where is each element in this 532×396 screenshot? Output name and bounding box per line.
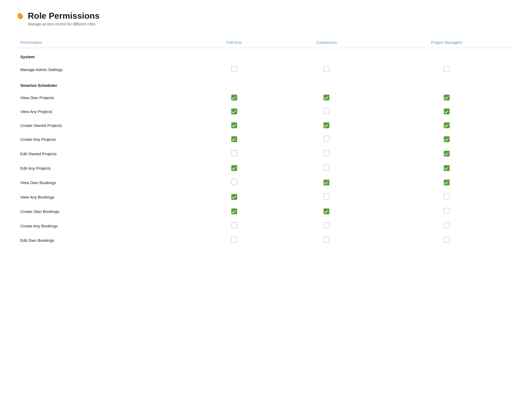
permission-label: Create Own Bookings bbox=[16, 204, 193, 219]
checkbox-contractors[interactable] bbox=[323, 165, 329, 170]
checkbox-contractors[interactable] bbox=[323, 237, 329, 243]
checkbox-cell-fulltime bbox=[193, 62, 276, 77]
checkbox-fulltime[interactable] bbox=[231, 222, 237, 228]
checkbox-cell-fulltime bbox=[193, 119, 276, 132]
checkbox-cell-project_managers bbox=[377, 132, 516, 146]
table-row: Create Any Bookings bbox=[16, 219, 516, 233]
col-header-project-managers: Project Managers bbox=[377, 37, 516, 48]
checkbox-cell-fulltime bbox=[193, 204, 276, 219]
checkbox-project_managers[interactable] bbox=[444, 95, 450, 100]
table-row: View Any Projects bbox=[16, 104, 516, 119]
checkbox-cell-project_managers bbox=[377, 104, 516, 119]
checkbox-cell-contractors bbox=[276, 175, 377, 190]
checkbox-fulltime[interactable] bbox=[231, 165, 237, 171]
checkbox-contractors[interactable] bbox=[323, 180, 329, 185]
checkbox-cell-project_managers bbox=[377, 190, 516, 204]
section-header-row: System bbox=[16, 48, 516, 63]
table-row: Edit Own Bookings bbox=[16, 233, 516, 247]
checkbox-cell-fulltime bbox=[193, 132, 276, 146]
checkbox-fulltime[interactable] bbox=[231, 136, 237, 142]
checkbox-cell-contractors bbox=[276, 104, 377, 119]
checkbox-cell-contractors bbox=[276, 91, 377, 104]
checkbox-cell-project_managers bbox=[377, 233, 516, 247]
page-header: Role Permissions Manage access control f… bbox=[16, 11, 516, 26]
checkbox-cell-fulltime bbox=[193, 233, 276, 247]
checkbox-contractors[interactable] bbox=[323, 95, 329, 100]
checkbox-fulltime[interactable] bbox=[231, 150, 237, 156]
checkbox-fulltime[interactable] bbox=[231, 208, 237, 214]
checkbox-fulltime[interactable] bbox=[231, 95, 237, 100]
col-header-contractors: Contractors bbox=[276, 37, 377, 48]
table-row: Create Own Bookings bbox=[16, 204, 516, 219]
checkbox-cell-fulltime bbox=[193, 91, 276, 104]
checkbox-contractors[interactable] bbox=[323, 136, 329, 142]
checkbox-contractors[interactable] bbox=[323, 208, 329, 214]
checkbox-cell-project_managers bbox=[377, 62, 516, 77]
header-text: Role Permissions Manage access control f… bbox=[28, 11, 100, 26]
col-header-fulltime: Full-time bbox=[193, 37, 276, 48]
checkbox-project_managers[interactable] bbox=[444, 151, 450, 157]
permission-label: View Any Bookings bbox=[16, 190, 193, 204]
checkbox-cell-fulltime bbox=[193, 104, 276, 119]
permission-label: Create Any Projects bbox=[16, 132, 193, 146]
checkbox-cell-fulltime bbox=[193, 146, 276, 161]
checkbox-project_managers[interactable] bbox=[444, 180, 450, 185]
table-row: Edit Owned Projects bbox=[16, 146, 516, 161]
checkbox-project_managers[interactable] bbox=[444, 237, 450, 243]
checkbox-contractors[interactable] bbox=[323, 66, 329, 72]
checkbox-fulltime[interactable] bbox=[231, 122, 237, 128]
checkbox-project_managers[interactable] bbox=[444, 165, 450, 171]
permission-label: View Own Bookings bbox=[16, 175, 193, 190]
checkbox-fulltime[interactable] bbox=[231, 108, 237, 114]
permissions-table: Permissions Full-time Contractors Projec… bbox=[16, 37, 516, 247]
permission-label: View Own Projects bbox=[16, 91, 193, 104]
permission-label: Edit Owned Projects bbox=[16, 146, 193, 161]
checkbox-cell-project_managers bbox=[377, 161, 516, 175]
checkbox-cell-project_managers bbox=[377, 219, 516, 233]
checkbox-contractors[interactable] bbox=[323, 122, 329, 128]
permission-label: Create Any Bookings bbox=[16, 219, 193, 233]
checkbox-project_managers[interactable] bbox=[444, 66, 450, 72]
checkbox-cell-contractors bbox=[276, 119, 377, 132]
checkbox-cell-project_managers bbox=[377, 204, 516, 219]
permission-label: Create Owned Projects bbox=[16, 119, 193, 132]
checkbox-cell-project_managers bbox=[377, 119, 516, 132]
table-row: Create Any Projects bbox=[16, 132, 516, 146]
page-title: Role Permissions bbox=[28, 11, 100, 21]
checkbox-fulltime[interactable] bbox=[231, 237, 237, 243]
checkbox-project_managers[interactable] bbox=[444, 208, 450, 214]
logo-icon bbox=[16, 12, 25, 20]
checkbox-cell-contractors bbox=[276, 190, 377, 204]
checkbox-contractors[interactable] bbox=[323, 193, 329, 199]
checkbox-project_managers[interactable] bbox=[444, 193, 450, 199]
checkbox-cell-contractors bbox=[276, 161, 377, 175]
permission-label: View Any Projects bbox=[16, 104, 193, 119]
checkbox-cell-fulltime bbox=[193, 175, 276, 190]
section-label: System bbox=[16, 48, 516, 63]
checkbox-cell-contractors bbox=[276, 62, 377, 77]
checkbox-cell-fulltime bbox=[193, 190, 276, 204]
checkbox-cell-contractors bbox=[276, 219, 377, 233]
checkbox-fulltime[interactable] bbox=[231, 194, 237, 200]
checkbox-fulltime[interactable] bbox=[231, 66, 237, 72]
checkbox-project_managers[interactable] bbox=[444, 108, 450, 114]
checkbox-cell-fulltime bbox=[193, 161, 276, 175]
table-row: Edit Any Projects bbox=[16, 161, 516, 175]
checkbox-project_managers[interactable] bbox=[444, 136, 450, 142]
checkbox-project_managers[interactable] bbox=[444, 222, 450, 228]
checkbox-contractors[interactable] bbox=[323, 108, 329, 114]
checkbox-cell-project_managers bbox=[377, 146, 516, 161]
permission-label: Manage Admin Settings bbox=[16, 62, 193, 77]
checkbox-contractors[interactable] bbox=[323, 222, 329, 228]
checkbox-cell-fulltime bbox=[193, 219, 276, 233]
checkbox-cell-contractors bbox=[276, 204, 377, 219]
checkbox-cell-project_managers bbox=[377, 175, 516, 190]
checkbox-cell-contractors bbox=[276, 132, 377, 146]
checkbox-fulltime[interactable] bbox=[231, 179, 237, 185]
checkbox-cell-contractors bbox=[276, 233, 377, 247]
page-subtitle: Manage access control for different role… bbox=[28, 22, 100, 26]
checkbox-contractors[interactable] bbox=[323, 150, 329, 156]
table-row: View Own Bookings bbox=[16, 175, 516, 190]
checkbox-project_managers[interactable] bbox=[444, 122, 450, 128]
checkbox-cell-project_managers bbox=[377, 91, 516, 104]
